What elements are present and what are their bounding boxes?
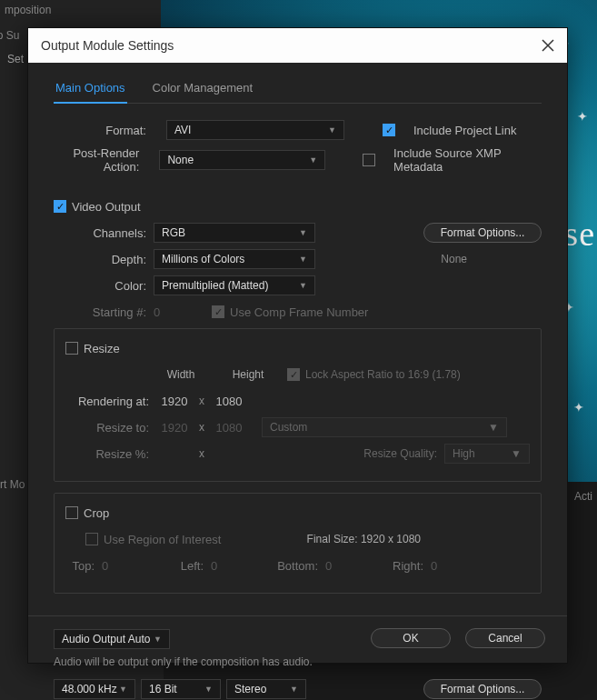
height-header: Height bbox=[224, 368, 273, 381]
render-width: 1920 bbox=[156, 395, 193, 408]
resize-panel: Resize Width Height Lock Aspect Ratio to… bbox=[54, 328, 542, 482]
post-render-select[interactable]: None ▼ bbox=[159, 150, 325, 170]
lock-aspect-checkbox bbox=[287, 368, 300, 381]
chevron-down-icon: ▼ bbox=[328, 125, 336, 135]
format-label: Format: bbox=[54, 124, 154, 137]
resize-quality-value: High bbox=[453, 447, 475, 460]
crop-panel: Crop Use Region of Interest Final Size: … bbox=[54, 493, 542, 594]
channels-value: RGB bbox=[162, 226, 185, 239]
audio-bit-select[interactable]: 16 Bit ▼ bbox=[141, 679, 221, 699]
color-label: Color: bbox=[54, 279, 154, 293]
crop-bottom-label: Bottom: bbox=[274, 559, 325, 573]
resize-to-height: 1080 bbox=[211, 421, 247, 435]
bg-label-act: Acti bbox=[574, 490, 592, 503]
color-select[interactable]: Premultiplied (Matted) ▼ bbox=[154, 275, 315, 295]
audio-note: Audio will be output only if the composi… bbox=[54, 655, 542, 668]
chevron-down-icon: ▼ bbox=[309, 155, 317, 165]
dialog-titlebar: Output Module Settings bbox=[28, 28, 567, 63]
audio-bit-value: 16 Bit bbox=[149, 683, 177, 695]
chevron-down-icon: ▼ bbox=[119, 685, 127, 694]
chevron-down-icon: ▼ bbox=[290, 685, 298, 694]
color-value: Premultiplied (Matted) bbox=[162, 279, 268, 292]
format-value: AVI bbox=[174, 124, 191, 136]
bg-label-composition: mposition bbox=[5, 4, 51, 16]
cancel-button[interactable]: Cancel bbox=[465, 628, 545, 648]
audio-format-options-button[interactable]: Format Options... bbox=[423, 679, 542, 699]
crop-checkbox[interactable] bbox=[65, 506, 78, 519]
depth-value: Millions of Colors bbox=[162, 253, 244, 265]
resize-to-label: Resize to: bbox=[65, 421, 156, 435]
include-project-link-checkbox[interactable] bbox=[383, 124, 395, 136]
crop-left-label: Left: bbox=[174, 559, 211, 573]
resize-title: Resize bbox=[84, 342, 120, 355]
crop-title: Crop bbox=[84, 506, 109, 520]
close-button[interactable] bbox=[542, 39, 554, 52]
format-options-button[interactable]: Format Options... bbox=[423, 223, 542, 243]
include-xmp-checkbox[interactable] bbox=[363, 154, 375, 166]
audio-rate-value: 48.000 kHz bbox=[62, 683, 117, 695]
dialog-title: Output Module Settings bbox=[41, 38, 174, 53]
use-comp-frame-label: Use Comp Frame Number bbox=[230, 305, 368, 319]
chevron-down-icon: ▼ bbox=[299, 281, 307, 290]
ok-button[interactable]: OK bbox=[371, 628, 451, 648]
depth-label: Depth: bbox=[54, 253, 154, 266]
channels-select[interactable]: RGB ▼ bbox=[154, 223, 315, 243]
x-separator: x bbox=[193, 421, 211, 434]
bg-label-mo: rt Mo bbox=[0, 478, 25, 491]
resize-quality-select: High ▼ bbox=[444, 444, 530, 464]
audio-output-select[interactable]: Audio Output Auto ▼ bbox=[54, 629, 170, 649]
render-height: 1080 bbox=[211, 395, 247, 408]
resize-checkbox[interactable] bbox=[65, 342, 78, 355]
use-comp-frame-checkbox bbox=[212, 305, 224, 318]
audio-channels-value: Stereo bbox=[234, 683, 266, 695]
post-render-value: None bbox=[167, 154, 194, 166]
audio-channels-select[interactable]: Stereo ▼ bbox=[226, 679, 306, 699]
format-select[interactable]: AVI ▼ bbox=[166, 120, 344, 140]
tab-color-management[interactable]: Color Management bbox=[151, 75, 255, 103]
x-separator: x bbox=[193, 395, 211, 407]
crop-top-label: Top: bbox=[65, 559, 102, 573]
close-icon bbox=[542, 39, 554, 52]
depth-select[interactable]: Millions of Colors ▼ bbox=[154, 249, 315, 269]
starting-value: 0 bbox=[154, 305, 190, 319]
bg-label-set: Set bbox=[7, 53, 24, 65]
rendering-at-label: Rendering at: bbox=[65, 395, 156, 408]
video-output-label: Video Output bbox=[72, 200, 141, 214]
crop-right-value: 0 bbox=[431, 559, 467, 573]
roi-label: Use Region of Interest bbox=[104, 533, 221, 546]
crop-right-label: Right: bbox=[389, 559, 431, 573]
audio-output-value: Audio Output Auto bbox=[62, 633, 150, 645]
resize-pct-label: Resize %: bbox=[65, 447, 156, 461]
footer-buttons: OK Cancel bbox=[371, 628, 545, 648]
chevron-down-icon: ▼ bbox=[204, 685, 213, 694]
resize-preset-select: Custom ▼ bbox=[262, 417, 507, 437]
crop-left-value: 0 bbox=[211, 559, 247, 573]
bg-label-sub: lo Su bbox=[0, 29, 19, 42]
crop-top-value: 0 bbox=[102, 559, 138, 573]
channels-label: Channels: bbox=[54, 226, 154, 240]
divider bbox=[28, 615, 567, 616]
chevron-down-icon: ▼ bbox=[299, 228, 307, 237]
crop-bottom-value: 0 bbox=[325, 559, 362, 573]
chevron-down-icon: ▼ bbox=[488, 421, 499, 434]
chevron-down-icon: ▼ bbox=[154, 635, 162, 644]
post-render-label: Post-Render Action: bbox=[54, 146, 146, 174]
final-size: Final Size: 1920 x 1080 bbox=[307, 533, 421, 545]
width-header: Width bbox=[156, 368, 205, 381]
lock-aspect-label: Lock Aspect Ratio to 16:9 (1.78) bbox=[305, 368, 461, 381]
roi-checkbox bbox=[85, 533, 98, 545]
audio-rate-select[interactable]: 48.000 kHz ▼ bbox=[54, 679, 135, 699]
format-options-none: None bbox=[441, 253, 467, 265]
resize-preset-value: Custom bbox=[270, 421, 307, 434]
chevron-down-icon: ▼ bbox=[511, 447, 522, 460]
dialog-body: Main Options Color Management Format: AV… bbox=[28, 63, 567, 700]
bg-big-text: se bbox=[564, 214, 595, 254]
chevron-down-icon: ▼ bbox=[299, 255, 307, 264]
output-module-settings-dialog: Output Module Settings Main Options Colo… bbox=[27, 27, 568, 664]
resize-quality-label: Resize Quality: bbox=[363, 447, 437, 460]
include-xmp-label: Include Source XMP Metadata bbox=[393, 146, 542, 174]
tab-main-options[interactable]: Main Options bbox=[54, 75, 127, 104]
video-output-checkbox[interactable] bbox=[54, 200, 66, 213]
include-project-link-label: Include Project Link bbox=[413, 124, 516, 137]
resize-to-width: 1920 bbox=[156, 421, 193, 435]
